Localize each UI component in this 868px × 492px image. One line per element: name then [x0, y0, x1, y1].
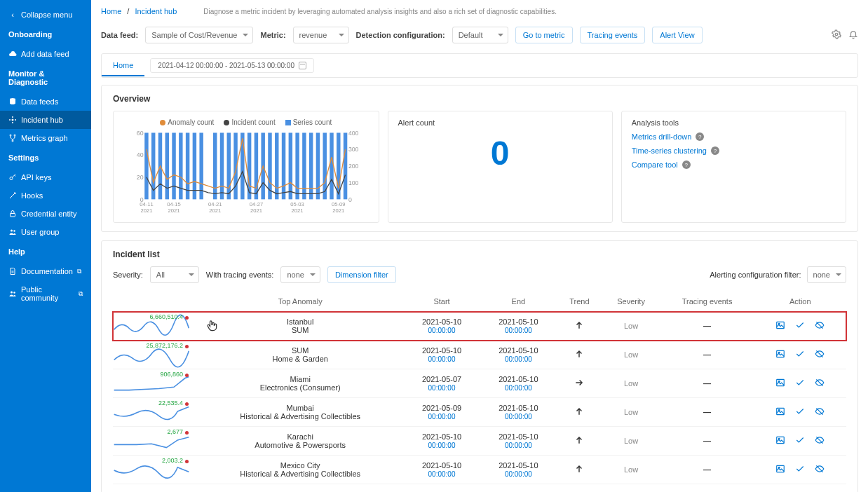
- sidebar-item-documentation[interactable]: Documentation ⧉: [0, 262, 91, 280]
- feed-select[interactable]: Sample of Cost/Revenue: [145, 27, 253, 43]
- gear-icon[interactable]: [832, 29, 841, 41]
- svg-point-7: [14, 135, 15, 136]
- eye-off-icon[interactable]: [815, 435, 825, 446]
- svg-text:04-27: 04-27: [250, 201, 264, 207]
- sidebar-item-add-data-feed[interactable]: Add data feed: [0, 45, 91, 63]
- top-anomaly: IstanbulSUM: [197, 312, 403, 341]
- overview-title: Overview: [113, 94, 846, 104]
- alert-view-button[interactable]: Alert View: [652, 27, 702, 43]
- svg-rect-34: [213, 132, 217, 199]
- start: 2021-05-1000:00:00: [403, 341, 480, 369]
- svg-point-14: [13, 292, 15, 294]
- col-end: End: [480, 292, 557, 312]
- incident-title: Incident list: [113, 250, 846, 259]
- eye-off-icon[interactable]: [815, 349, 825, 360]
- sidebar-item-monitor-diagnostic[interactable]: Monitor & Diagnostic: [0, 63, 91, 93]
- tab-home[interactable]: Home: [102, 55, 144, 76]
- eye-off-icon[interactable]: [815, 464, 825, 475]
- check-icon[interactable]: [795, 349, 805, 360]
- dimension-filter-button[interactable]: Dimension filter: [327, 266, 396, 283]
- image-icon[interactable]: [775, 349, 785, 360]
- svg-text:2021: 2021: [292, 207, 304, 214]
- sidebar-item-metrics-graph[interactable]: Metrics graph: [0, 129, 91, 147]
- check-icon[interactable]: [795, 464, 805, 475]
- sidebar-item-public-community[interactable]: Public community ⧉: [0, 280, 91, 307]
- sidebar-item-settings[interactable]: Settings: [0, 147, 91, 168]
- tool-metrics-drill-down[interactable]: Metrics drill-down?: [632, 132, 836, 141]
- alert-cfg-label: Alerting configuration filter:: [710, 271, 801, 279]
- sidebar-item-api-keys[interactable]: API keys: [0, 168, 91, 186]
- sidebar-item-data-feeds[interactable]: Data feeds: [0, 93, 91, 111]
- svg-point-73: [779, 409, 780, 411]
- metric-label: Metric:: [260, 31, 285, 39]
- image-icon[interactable]: [775, 378, 785, 389]
- alert-cfg-select[interactable]: none: [807, 266, 846, 283]
- svg-point-6: [10, 135, 11, 136]
- svg-point-5: [15, 119, 16, 121]
- crumb-home[interactable]: Home: [101, 7, 121, 15]
- severity: Low: [602, 427, 660, 456]
- severity-select[interactable]: All: [150, 266, 199, 283]
- sidebar-item-credential-entity[interactable]: Credential entity: [0, 205, 91, 223]
- sidebar-label: API keys: [21, 173, 51, 182]
- image-icon[interactable]: [775, 435, 785, 446]
- table-row[interactable]: 22,535.4MumbaiHistorical & Advertising C…: [113, 398, 846, 427]
- svg-text:05-03: 05-03: [290, 201, 304, 207]
- sidebar-label: Public community: [21, 285, 74, 302]
- image-icon[interactable]: [775, 406, 785, 418]
- tool-compare-tool[interactable]: Compare tool?: [632, 160, 836, 169]
- svg-rect-48: [309, 132, 313, 199]
- sidebar-item-user-group[interactable]: User group: [0, 223, 91, 241]
- sidebar-item-incident-hub[interactable]: Incident hub: [0, 111, 91, 129]
- metric-select[interactable]: revenue: [293, 27, 349, 43]
- filter-bar: Data feed: Sample of Cost/Revenue Metric…: [101, 22, 858, 53]
- breadcrumb: Home / Incident hub Diagnose a metric in…: [101, 0, 858, 22]
- check-icon[interactable]: [795, 406, 805, 418]
- check-icon[interactable]: [795, 378, 805, 389]
- eye-off-icon[interactable]: [815, 406, 825, 418]
- eye-off-icon[interactable]: [815, 320, 825, 332]
- svg-text:04-11: 04-11: [140, 201, 154, 207]
- date-range-picker[interactable]: 2021-04-12 00:00:00 - 2021-05-13 00:00:0…: [150, 58, 314, 73]
- go-to-metric-button[interactable]: Go to metric: [515, 27, 573, 43]
- svg-point-75: [779, 438, 780, 439]
- bell-icon[interactable]: [848, 29, 858, 41]
- table-row[interactable]: 6,660,510.4IstanbulSUM2021-05-1000:00:00…: [113, 312, 846, 341]
- sidebar-item-hooks[interactable]: Hooks: [0, 186, 91, 205]
- image-icon[interactable]: [775, 320, 785, 332]
- end: 2021-05-1000:00:00: [480, 369, 557, 398]
- svg-point-9: [10, 177, 13, 180]
- doc-icon: [8, 267, 17, 275]
- check-icon[interactable]: [795, 320, 805, 332]
- table-row[interactable]: 906,860MiamiElectronics (Consumer)2021-0…: [113, 369, 846, 398]
- sparkline: 2,677: [113, 430, 190, 452]
- tracing: —: [660, 312, 754, 341]
- sidebar-label: Metrics graph: [21, 134, 68, 142]
- sidebar-label: Monitor & Diagnostic: [8, 69, 83, 86]
- help-icon: ?: [711, 146, 719, 155]
- svg-text:400: 400: [348, 130, 359, 137]
- sidebar-label: Help: [8, 247, 25, 256]
- table-row[interactable]: 2,677KarachiAutomotive & Powersports2021…: [113, 427, 846, 456]
- start: 2021-05-0900:00:00: [403, 398, 480, 427]
- table-row[interactable]: 25,872,176.2SUMHome & Garden2021-05-1000…: [113, 341, 846, 369]
- tracing-events-button[interactable]: Tracing events: [580, 27, 646, 43]
- sidebar-item-onboarding[interactable]: Onboarding: [0, 24, 91, 45]
- crumb-page[interactable]: Incident hub: [135, 7, 177, 15]
- eye-off-icon[interactable]: [815, 378, 825, 389]
- collapse-menu[interactable]: ‹ Collapse menu: [0, 6, 91, 24]
- svg-text:300: 300: [348, 146, 359, 153]
- top-anomaly: Mexico CityHistorical & Advertising Coll…: [197, 456, 403, 484]
- tool-time-series-clustering[interactable]: Time-series clustering?: [632, 146, 836, 155]
- detect-select[interactable]: Default: [452, 27, 508, 43]
- svg-point-3: [12, 122, 13, 123]
- severity: Low: [602, 341, 660, 369]
- tracing-select[interactable]: none: [280, 266, 320, 283]
- sidebar-item-help[interactable]: Help: [0, 241, 91, 262]
- image-icon[interactable]: [775, 464, 785, 475]
- svg-text:0: 0: [348, 196, 352, 203]
- sparkline: 25,872,176.2: [113, 343, 190, 366]
- table-row[interactable]: 2,003.2Mexico CityHistorical & Advertisi…: [113, 456, 846, 484]
- check-icon[interactable]: [795, 435, 805, 446]
- svg-rect-28: [165, 132, 169, 199]
